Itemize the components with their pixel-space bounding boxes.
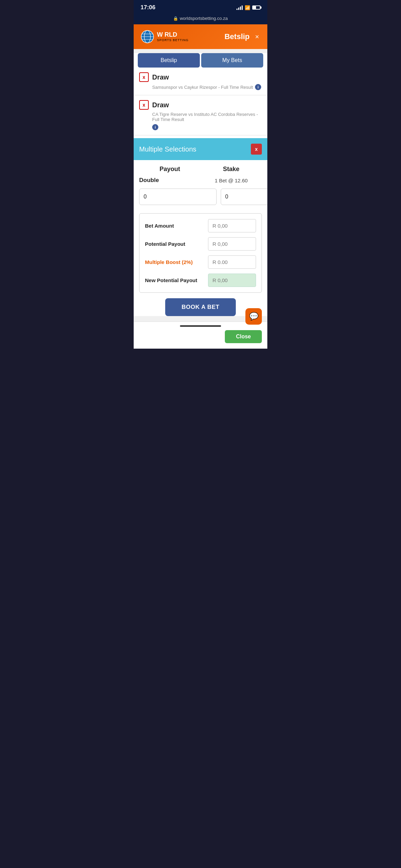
multiple-boost-label: Multiple Boost (2%) <box>145 259 193 265</box>
bet-item-2-header: x Draw <box>139 100 262 110</box>
multiple-selections-close-button[interactable]: x <box>251 144 262 155</box>
tab-my-bets[interactable]: My Bets <box>201 53 263 68</box>
stake-input[interactable] <box>221 189 267 205</box>
lock-icon: 🔒 <box>173 16 178 21</box>
double-value: 1 Bet @ 12.60 <box>200 178 262 183</box>
bet-2-match: CA Tigre Reserve vs Instituto AC Cordoba… <box>152 112 262 130</box>
main-content: Betslip My Bets x Draw Samsunspor vs Cay… <box>134 53 267 316</box>
stake-header: Stake <box>200 166 262 173</box>
bet-amount-input[interactable] <box>208 219 256 232</box>
payout-stake-input-row <box>134 186 267 210</box>
tab-betslip[interactable]: Betslip <box>138 53 200 68</box>
chat-fab-button[interactable]: 💬 <box>245 308 262 325</box>
book-bet-button[interactable]: BOOK A BET <box>165 298 236 316</box>
app-header: W RLD SPORTS BETTING Betslip × <box>134 24 267 49</box>
bet-1-info-icon[interactable]: i <box>255 84 261 90</box>
bet-amount-label: Bet Amount <box>145 223 174 229</box>
new-potential-payout-row: New Potential Payout <box>145 274 256 287</box>
potential-payout-input[interactable] <box>208 237 256 251</box>
new-potential-payout-input[interactable] <box>208 274 256 287</box>
multiple-selections-label: Multiple Selections <box>139 145 196 153</box>
wifi-icon: 📶 <box>245 5 250 10</box>
potential-payout-row: Potential Payout <box>145 237 256 251</box>
bet-1-match: Samsunspor vs Caykur Rizespor - Full Tim… <box>152 84 262 90</box>
potential-payout-label: Potential Payout <box>145 241 185 247</box>
remove-bet-2-button[interactable]: x <box>139 100 149 110</box>
close-header-button[interactable]: × <box>254 32 260 42</box>
battery-icon <box>252 5 260 10</box>
multiple-selections-bar: Multiple Selections x <box>134 138 267 160</box>
logo-area: W RLD SPORTS BETTING <box>141 30 189 44</box>
new-potential-payout-label: New Potential Payout <box>145 277 197 283</box>
double-label: Double <box>139 177 200 184</box>
browser-bar: 🔒 worldsportsbetting.co.za <box>134 14 267 24</box>
logo-text: W RLD <box>157 32 189 38</box>
signal-bars-icon <box>236 5 243 10</box>
remove-bet-2-label: x <box>143 102 145 108</box>
bet-item-1-header: x Draw <box>139 72 262 82</box>
payout-input[interactable] <box>139 189 217 205</box>
multiple-boost-input[interactable] <box>208 255 256 269</box>
bet-item-1: x Draw Samsunspor vs Caykur Rizespor - F… <box>134 68 267 95</box>
remove-bet-1-button[interactable]: x <box>139 72 149 82</box>
logo-text-span: W RLD <box>157 31 177 38</box>
phone-frame: 17:06 📶 🔒 worldsportsbetting.co.za <box>134 0 267 349</box>
bet-2-selection: Draw <box>152 101 169 109</box>
status-bar: 17:06 📶 <box>134 0 267 14</box>
betslip-title: Betslip <box>224 32 250 41</box>
remove-bet-1-label: x <box>143 74 145 80</box>
bet-item-2: x Draw CA Tigre Reserve vs Instituto AC … <box>134 95 267 135</box>
double-row: Double 1 Bet @ 12.60 <box>134 176 267 186</box>
tab-bar: Betslip My Bets <box>138 53 263 68</box>
url-text: worldsportsbetting.co.za <box>180 16 228 21</box>
bet-2-info-icon[interactable]: i <box>152 124 158 130</box>
bet-2-match-text: CA Tigre Reserve vs Instituto AC Cordoba… <box>152 112 262 122</box>
globe-icon <box>141 30 154 44</box>
close-bottom-button[interactable]: Close <box>225 330 262 343</box>
bet-1-selection: Draw <box>152 73 169 81</box>
status-icons: 📶 <box>236 5 260 10</box>
chat-icon: 💬 <box>249 312 258 321</box>
home-indicator <box>180 325 221 327</box>
summary-box: Bet Amount Potential Payout Multiple Boo… <box>139 213 262 293</box>
payout-header: Payout <box>139 166 200 173</box>
payout-stake-header: Payout Stake <box>134 160 267 176</box>
multiple-boost-row: Multiple Boost (2%) <box>145 255 256 269</box>
browser-url: 🔒 worldsportsbetting.co.za <box>173 16 228 21</box>
header-right: Betslip × <box>224 32 260 42</box>
logo-sub: SPORTS BETTING <box>157 38 189 42</box>
status-time: 17:06 <box>141 4 155 11</box>
bet-amount-row: Bet Amount <box>145 219 256 232</box>
bottom-bar: Close <box>134 322 267 349</box>
bet-1-match-text: Samsunspor vs Caykur Rizespor - Full Tim… <box>152 85 253 90</box>
